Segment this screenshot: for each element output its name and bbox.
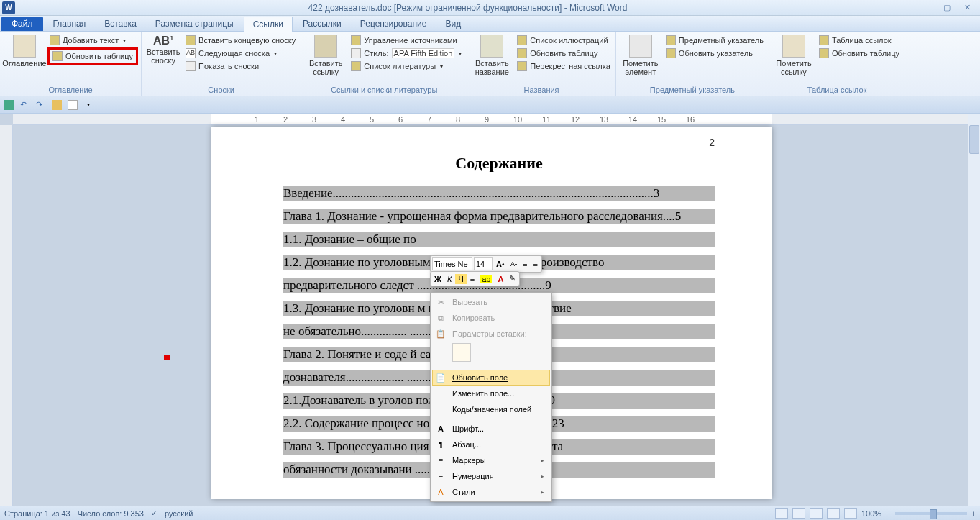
mark-citation-label: Пометить ссылку [774,59,814,76]
zoom-level[interactable]: 100% [861,509,881,518]
close-button[interactable]: ✕ [958,3,976,13]
insert-index-button[interactable]: Предметный указатель [664,35,766,46]
cm-update-field[interactable]: 📄Обновить поле [432,370,550,386]
minibar-shrink-font-icon[interactable]: A▾ [508,260,519,268]
minibar-underline-icon[interactable]: Ч [455,274,466,284]
add-text-button[interactable]: Добавить текст▾ [47,35,138,46]
tab-mailings[interactable]: Рассылки [294,17,350,31]
next-footnote-button[interactable]: ABСледующая сноска▾ [183,47,298,59]
status-page[interactable]: Страница: 1 из 43 [4,509,70,518]
mark-entry-label: Пометить элемент [620,59,661,76]
toc-line[interactable]: Введение................................… [283,186,715,201]
citation-style-select[interactable]: Стиль: APA Fifth Edition▾ [349,47,464,59]
table-figures-button[interactable]: Список иллюстраций [515,35,613,46]
insert-citation-button[interactable]: Вставить ссылку [304,33,347,78]
paste-option-icon[interactable] [452,343,471,362]
doc-heading: Содержание [283,154,715,173]
cm-styles[interactable]: AСтили▸ [432,484,550,500]
bibliography-button[interactable]: Список литературы▾ [349,60,464,72]
mark-citation-button[interactable]: Пометить ссылку [772,33,815,78]
minibar-font-color-icon[interactable]: A [495,274,505,284]
cm-field-codes[interactable]: Коды/значения полей [432,401,550,417]
numbering-icon: ≡ [435,470,447,482]
tab-home[interactable]: Главная [45,17,95,31]
minibar-grow-font-icon[interactable]: A▴ [494,259,507,269]
tab-layout[interactable]: Разметка страницы [147,17,242,31]
view-web-icon[interactable] [810,508,823,519]
minibar-italic-icon[interactable]: К [445,274,454,284]
cross-reference-button[interactable]: Перекрестная ссылка [515,60,613,72]
vertical-ruler[interactable] [0,125,13,506]
tab-file[interactable]: Файл [1,17,43,31]
qat-save-button[interactable] [3,99,16,111]
minibar-size-combo[interactable] [474,257,493,270]
cut-icon: ✂ [435,296,447,308]
toc-line[interactable]: Глава 1. Дознание - упрощенная форма пре… [283,209,715,224]
update-toa-button[interactable]: Обновить таблицу [817,47,902,59]
minimize-button[interactable]: — [918,3,935,13]
status-wordcount[interactable]: Число слов: 9 353 [78,509,144,518]
toc-line[interactable]: 1.1. Дознание – общие по [283,232,715,247]
footnotes-group-label: Сноски [145,84,298,96]
view-outline-icon[interactable] [827,508,840,519]
manage-sources-button[interactable]: Управление источниками [349,35,464,46]
show-notes-button[interactable]: Показать сноски [183,60,298,72]
update-captions-button[interactable]: Обновить таблицу [515,47,613,59]
minibar-indent-right-icon[interactable]: ≡ [531,259,539,269]
title-bar: W 422 дознаватель.doc [Режим ограниченно… [0,0,980,16]
insert-footnote-label: Вставить сноску [146,47,180,65]
status-spellcheck-icon[interactable]: ✓ [151,508,157,518]
minibar-indent-left-icon[interactable]: ≡ [521,259,529,269]
view-draft-icon[interactable] [844,508,857,519]
update-table-button[interactable]: Обновить таблицу [47,47,138,65]
cm-edit-field[interactable]: Изменить поле... [432,386,550,401]
minibar-highlight-icon[interactable]: ab [478,274,494,284]
minibar-font-combo[interactable] [432,257,472,270]
qat-open-button[interactable] [50,99,63,111]
tab-view[interactable]: Вид [436,17,470,31]
context-menu: ✂Вырезать ⧉Копировать 📋Параметры вставки… [430,292,552,502]
zoom-slider[interactable] [895,512,967,515]
qat-redo-button[interactable]: ↷ [35,99,47,111]
font-icon: A [435,423,447,434]
styles-icon: A [435,486,447,498]
update-index-button[interactable]: Обновить указатель [664,47,766,59]
qat-more-button[interactable]: ▾ [82,99,95,111]
minibar-bold-icon[interactable]: Ж [432,274,444,284]
tab-references[interactable]: Ссылки [244,17,293,32]
restore-button[interactable]: ▢ [938,3,956,13]
tab-insert[interactable]: Вставка [96,17,145,31]
vertical-scrollbar[interactable] [968,114,980,506]
cm-paragraph[interactable]: ¶Абзац... [432,437,550,452]
copy-icon: ⧉ [435,312,447,324]
index-group-label: Предметный указатель [619,84,766,96]
minibar-format-painter-icon[interactable]: ✎ [507,273,518,284]
view-fullscreen-icon[interactable] [792,508,805,519]
horizontal-ruler[interactable]: 123 456 789 101112 131415 16 [13,114,980,125]
cm-cut[interactable]: ✂Вырезать [432,294,550,310]
captions-group-label: Названия [470,84,613,96]
paragraph-icon: ¶ [435,439,447,450]
cm-bullets[interactable]: ≡Маркеры▸ [432,452,550,468]
view-print-layout-icon[interactable] [775,508,788,519]
mini-toolbar-row2: Ж К Ч ≡ ab A ✎ [430,271,520,286]
toc-button[interactable]: Оглавление [3,33,46,69]
insert-endnote-button[interactable]: Вставить концевую сноску [183,35,298,46]
quick-access-toolbar: ↶ ↷ ▾ [0,96,980,114]
cm-font[interactable]: AШрифт... [432,421,550,437]
tab-review[interactable]: Рецензирование [352,17,436,31]
insert-toa-button[interactable]: Таблица ссылок [817,35,902,46]
minibar-align-icon[interactable]: ≡ [468,274,477,284]
qat-new-button[interactable] [66,99,79,111]
insert-caption-button[interactable]: Вставить название [470,33,513,78]
mark-entry-button[interactable]: Пометить элемент [619,33,662,78]
zoom-in-button[interactable]: + [971,509,976,518]
qat-undo-button[interactable]: ↶ [19,99,32,111]
insert-footnote-button[interactable]: AB1Вставить сноску [145,33,182,66]
cm-numbering[interactable]: ≡Нумерация▸ [432,468,550,484]
bullets-icon: ≡ [435,455,447,466]
workspace: 123 456 789 101112 131415 16 2 Содержани… [0,114,980,506]
zoom-out-button[interactable]: − [886,509,890,518]
status-language[interactable]: русский [165,509,193,518]
cm-copy[interactable]: ⧉Копировать [432,310,550,326]
